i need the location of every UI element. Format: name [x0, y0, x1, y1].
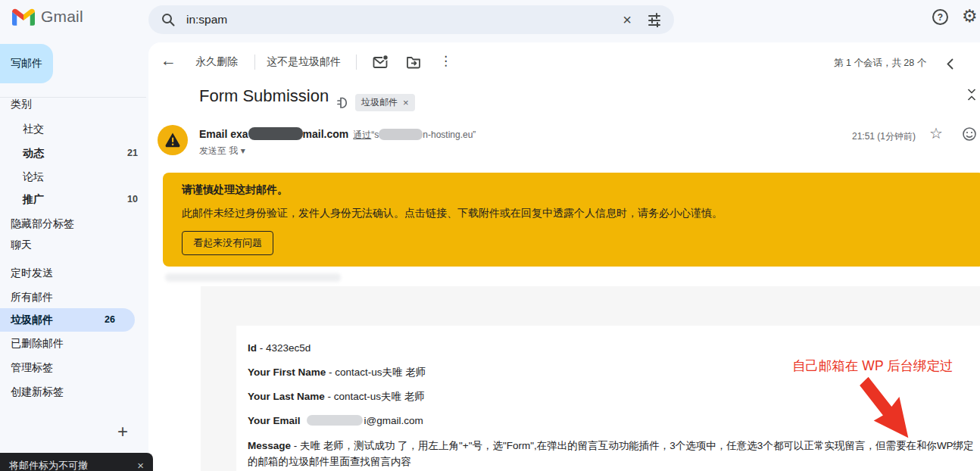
- annotation-arrow: [854, 373, 920, 448]
- field-id: Id - 4323ec5d: [248, 341, 980, 356]
- sender-name-prefix: Email exa: [199, 128, 248, 140]
- sender-line: Email examail.com通过“sn-hosting.eu”: [199, 127, 476, 142]
- compose-button[interactable]: 写邮件: [0, 44, 53, 83]
- spam-warning-banner: 请谨慎处理这封邮件。 此邮件未经过身份验证，发件人身份无法确认。点击链接、下载附…: [163, 173, 980, 267]
- search-bar[interactable]: ×: [148, 5, 674, 34]
- collapse-all-icon[interactable]: [966, 88, 977, 104]
- label: 推广: [23, 193, 44, 205]
- search-filter-icon[interactable]: [647, 12, 662, 27]
- to-label: 发送至 我: [199, 145, 238, 156]
- sidebar-item-create-label[interactable]: 创建新标签: [11, 380, 145, 404]
- field-label: Your Last Name: [248, 391, 325, 402]
- caret-down-icon: ▾: [241, 145, 245, 156]
- add-label-plus-icon[interactable]: +: [112, 421, 133, 442]
- search-icon: [161, 12, 176, 27]
- sender-warning-avatar[interactable]: [158, 125, 188, 155]
- sender-name-suffix: mail.com: [303, 128, 349, 140]
- label: 定时发送: [11, 267, 53, 279]
- sidebar-item-all-mail[interactable]: 所有邮件: [11, 285, 145, 309]
- label: 类别: [11, 98, 32, 110]
- label: 论坛: [23, 170, 44, 182]
- label: 所有邮件: [11, 291, 53, 303]
- field-value: - contact-us夫唯 老师: [329, 367, 426, 378]
- older-conversation-icon[interactable]: [974, 55, 980, 73]
- sidebar-item-social[interactable]: 社交: [23, 117, 158, 141]
- sidebar-item-manage-labels[interactable]: 管理标签: [11, 356, 145, 379]
- sidebar-item-categories[interactable]: 类别: [11, 92, 145, 116]
- email-timestamp: 21:51 (1分钟前): [852, 130, 916, 143]
- field-label: Your Email: [248, 415, 301, 426]
- field-label: Your First Name: [248, 367, 326, 378]
- field-value: - 4323ec5d: [260, 342, 311, 354]
- field-value: - contact-us夫唯 老师: [328, 391, 425, 402]
- via-domain-suffix: n-hosting.eu”: [423, 129, 476, 140]
- label: 垃圾邮件: [11, 313, 53, 326]
- label: 创建新标签: [11, 385, 64, 398]
- gmail-wordmark: Gmail: [41, 8, 83, 26]
- label: 管理标签: [11, 361, 53, 373]
- star-icon[interactable]: ☆: [929, 124, 943, 142]
- sidebar-item-scheduled[interactable]: 定时发送: [11, 261, 145, 285]
- unread-count: 26: [105, 308, 115, 332]
- via-domain: 通过“sn-hosting.eu”: [353, 129, 476, 140]
- label: 隐藏部分标签: [11, 217, 74, 229]
- toolbar-separator: [254, 55, 255, 70]
- gmail-m-icon: [12, 8, 35, 26]
- sidebar-item-chat[interactable]: 聊天: [11, 233, 145, 257]
- toast-close-icon[interactable]: ×: [137, 459, 144, 471]
- help-icon[interactable]: ?: [932, 9, 948, 25]
- sidebar-item-trash[interactable]: 已删除邮件: [11, 332, 145, 355]
- spam-label-chip[interactable]: 垃圾邮件 ×: [355, 94, 415, 111]
- field-label: Message: [248, 440, 291, 451]
- looks-safe-button[interactable]: 看起来没有问题: [182, 231, 273, 255]
- move-to-icon[interactable]: [406, 55, 421, 70]
- settings-gear-icon[interactable]: ⚙: [962, 6, 978, 27]
- snackbar-toast: 将邮件标为不可撤 ×: [0, 453, 153, 471]
- field-label: Id: [248, 342, 257, 354]
- not-spam-button[interactable]: 这不是垃圾邮件: [267, 55, 341, 69]
- blurred-redaction: [165, 273, 341, 282]
- via-domain-prefix: “s: [371, 129, 379, 140]
- redacted-via-domain: [379, 129, 423, 140]
- field-value: i@gmail.com: [364, 415, 423, 426]
- label: 社交: [23, 123, 44, 135]
- search-input[interactable]: [186, 13, 623, 27]
- gmail-logo[interactable]: Gmail: [12, 8, 83, 26]
- unread-count: 21: [127, 142, 138, 165]
- search-clear-icon[interactable]: ×: [623, 12, 632, 27]
- remove-label-icon[interactable]: ×: [403, 98, 409, 108]
- sidebar-item-promotions[interactable]: 推广10: [23, 188, 158, 211]
- sidebar-item-forums[interactable]: 论坛: [23, 165, 158, 189]
- banner-body: 此邮件未经过身份验证，发件人身份无法确认。点击链接、下载附件或在回复中透露个人信…: [182, 207, 723, 220]
- recipient-dropdown[interactable]: 发送至 我 ▾: [199, 145, 245, 158]
- sidebar-item-spam[interactable]: 垃圾邮件26: [0, 308, 135, 332]
- label: 聊天: [11, 239, 32, 251]
- pagination-status: 第 1 个会话，共 28 个: [834, 57, 926, 70]
- more-options-icon[interactable]: ⋮: [439, 53, 452, 69]
- emoji-reaction-icon[interactable]: [962, 126, 977, 142]
- sidebar-item-updates[interactable]: 动态21: [23, 142, 158, 165]
- sidebar: 写邮件 类别 社交 动态21 论坛 推广10 隐藏部分标签 聊天 定时发送 所有…: [0, 36, 148, 471]
- banner-title: 请谨慎处理这封邮件。: [182, 183, 288, 197]
- compose-label: 写邮件: [11, 57, 42, 70]
- redacted-email-value: [307, 415, 363, 426]
- label-icon: [336, 95, 350, 110]
- email-subject: Form Submission: [199, 86, 329, 106]
- delete-forever-button[interactable]: 永久删除: [195, 55, 238, 69]
- unread-count: 10: [127, 188, 138, 211]
- newer-conversation-icon[interactable]: [941, 55, 959, 73]
- toast-message: 将邮件标为不可撤: [9, 459, 88, 471]
- label: 动态: [23, 147, 44, 159]
- toolbar-separator: [356, 55, 357, 70]
- label: 已删除邮件: [11, 337, 64, 349]
- mark-unread-icon[interactable]: [373, 55, 388, 70]
- via-label: 通过: [353, 129, 371, 140]
- redacted-sender-email: [248, 127, 303, 140]
- help-glyph: ?: [938, 12, 943, 23]
- sidebar-item-hide-labels[interactable]: 隐藏部分标签: [11, 212, 145, 236]
- chip-label: 垃圾邮件: [361, 96, 398, 109]
- back-icon[interactable]: ←: [161, 51, 176, 70]
- top-bar: Gmail × ? ⚙: [0, 0, 980, 36]
